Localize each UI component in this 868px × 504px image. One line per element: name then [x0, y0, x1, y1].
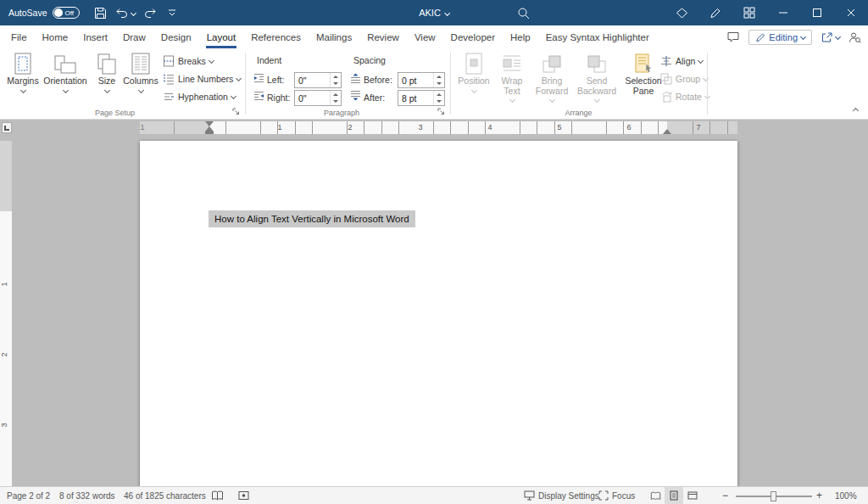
tab-mailings[interactable]: Mailings — [309, 25, 359, 48]
autosave-toggle-state: Off — [65, 9, 75, 17]
character-count-status[interactable]: 46 of 1825 characters — [124, 491, 206, 501]
indent-left-input[interactable]: 0" — [294, 72, 342, 88]
spacing-after-down-button[interactable] — [434, 98, 444, 106]
document-title-text: AKIC — [419, 8, 441, 18]
word-count-status[interactable]: 8 of 332 words — [59, 491, 115, 501]
indent-right-up-button[interactable] — [331, 91, 341, 98]
print-layout-button[interactable] — [665, 487, 683, 504]
indent-right-down-button[interactable] — [331, 98, 341, 106]
focus-button[interactable]: Focus — [598, 490, 635, 501]
page-number-status[interactable]: Page 2 of 2 — [7, 491, 50, 501]
line-numbers-icon — [163, 73, 175, 85]
margins-button[interactable]: Margins — [5, 51, 41, 92]
search-button[interactable] — [517, 0, 530, 25]
read-mode-button[interactable] — [646, 487, 665, 504]
tab-easy-syntax-highlighter[interactable]: Easy Syntax Highlighter — [538, 25, 657, 48]
bring-forward-button[interactable]: Bring Forward — [531, 51, 572, 102]
macro-record-button[interactable] — [238, 491, 249, 501]
document-title-chevron-icon — [444, 9, 450, 15]
indent-right-input[interactable]: 0" — [294, 90, 342, 106]
line-numbers-button[interactable]: Line Numbers — [163, 70, 241, 87]
tab-draw[interactable]: Draw — [115, 25, 153, 48]
left-indent-marker[interactable] — [205, 132, 214, 134]
tab-design[interactable]: Design — [153, 25, 199, 48]
tab-insert[interactable]: Insert — [75, 25, 115, 48]
columns-button[interactable]: Columns — [122, 51, 159, 92]
spacing-before-down-button[interactable] — [434, 81, 444, 88]
indent-left-value[interactable]: 0" — [295, 73, 330, 87]
tab-stop-selector[interactable] — [2, 122, 12, 133]
spacing-after-up-button[interactable] — [434, 91, 444, 98]
send-backward-button[interactable]: Send Backward — [574, 51, 620, 102]
breaks-button[interactable]: Breaks — [163, 53, 214, 69]
close-button[interactable] — [834, 0, 868, 25]
save-icon — [94, 7, 107, 20]
restore-button[interactable] — [800, 0, 834, 25]
zoom-out-button[interactable]: − — [722, 490, 728, 501]
premium-diamond-button[interactable] — [665, 0, 698, 25]
zoom-in-button[interactable]: + — [816, 490, 822, 501]
customize-quick-access-icon — [167, 8, 177, 18]
right-indent-marker[interactable] — [663, 129, 671, 134]
spacing-after-input[interactable]: 8 pt — [398, 90, 445, 106]
tab-view[interactable]: View — [407, 25, 443, 48]
tab-help[interactable]: Help — [503, 25, 538, 48]
zoom-percentage[interactable]: 100% — [835, 491, 857, 501]
tab-references[interactable]: References — [243, 25, 309, 48]
customize-quick-access-button[interactable] — [161, 0, 183, 25]
autosave-toggle[interactable]: Off — [53, 7, 80, 19]
orientation-button[interactable]: Orientation — [41, 51, 90, 92]
spacing-before-input[interactable]: 0 pt — [398, 72, 445, 88]
person-search-button[interactable] — [849, 31, 861, 43]
ink-pen-button[interactable] — [698, 0, 732, 25]
web-layout-button[interactable] — [683, 487, 702, 504]
minimize-button[interactable] — [766, 0, 800, 25]
indent-right-value[interactable]: 0" — [295, 91, 330, 105]
collapse-ribbon-button[interactable] — [849, 105, 861, 115]
undo-button[interactable] — [112, 0, 139, 25]
proofing-book-icon — [211, 490, 224, 501]
position-button[interactable]: Position — [455, 51, 492, 92]
rotate-button[interactable]: Rotate — [660, 88, 709, 104]
paragraph-dialog-launcher[interactable] — [437, 107, 446, 116]
document-title[interactable]: AKIC — [419, 0, 449, 25]
vertical-ruler[interactable]: 1 2 3 — [0, 141, 12, 486]
proofing-status-button[interactable] — [211, 490, 224, 501]
arrange-group: Position Wrap Text Bring Forward Send Ba… — [450, 48, 707, 119]
hyphenation-button[interactable]: Hyphenation — [163, 88, 236, 104]
indent-left-up-button[interactable] — [331, 73, 341, 81]
tab-stop-left-icon — [4, 126, 9, 131]
save-button[interactable] — [90, 0, 112, 25]
editing-mode-button[interactable]: Editing — [748, 30, 812, 45]
tab-file[interactable]: File — [3, 25, 35, 48]
group-chevron-icon — [703, 76, 709, 81]
group-button[interactable]: Group — [660, 70, 708, 87]
document-page[interactable]: How to Align Text Vertically in Microsof… — [140, 141, 737, 486]
size-button[interactable]: Size — [92, 51, 122, 92]
comment-icon — [726, 31, 740, 43]
pencil-icon — [755, 32, 765, 42]
horizontal-ruler[interactable]: 1 1 2 3 4 5 6 7 — [140, 121, 737, 134]
redo-button[interactable] — [139, 0, 161, 25]
spacing-before-up-button[interactable] — [434, 73, 444, 81]
zoom-slider[interactable] — [736, 496, 812, 497]
display-settings-button[interactable]: Display Settings — [524, 490, 599, 501]
tab-developer[interactable]: Developer — [443, 25, 503, 48]
selection-pane-button[interactable]: Selection Pane — [621, 51, 665, 96]
indent-left-down-button[interactable] — [331, 81, 341, 88]
wrap-text-button[interactable]: Wrap Text — [494, 51, 530, 102]
spacing-after-value[interactable]: 8 pt — [398, 91, 433, 105]
tab-home[interactable]: Home — [35, 25, 76, 48]
selected-text[interactable]: How to Align Text Vertically in Microsof… — [209, 210, 415, 227]
ribbon-grid-button[interactable] — [732, 0, 766, 25]
zoom-slider-thumb[interactable] — [771, 491, 776, 501]
spacing-before-value[interactable]: 0 pt — [398, 73, 433, 87]
comments-button[interactable] — [726, 31, 740, 43]
tab-layout[interactable]: Layout — [199, 25, 244, 48]
page-setup-dialog-launcher[interactable] — [231, 107, 241, 116]
tab-review[interactable]: Review — [359, 25, 407, 48]
status-bar: Page 2 of 2 8 of 332 words 46 of 1825 ch… — [0, 486, 868, 504]
orientation-icon — [54, 54, 76, 75]
align-button[interactable]: Align — [660, 53, 703, 69]
share-button[interactable] — [821, 31, 840, 43]
